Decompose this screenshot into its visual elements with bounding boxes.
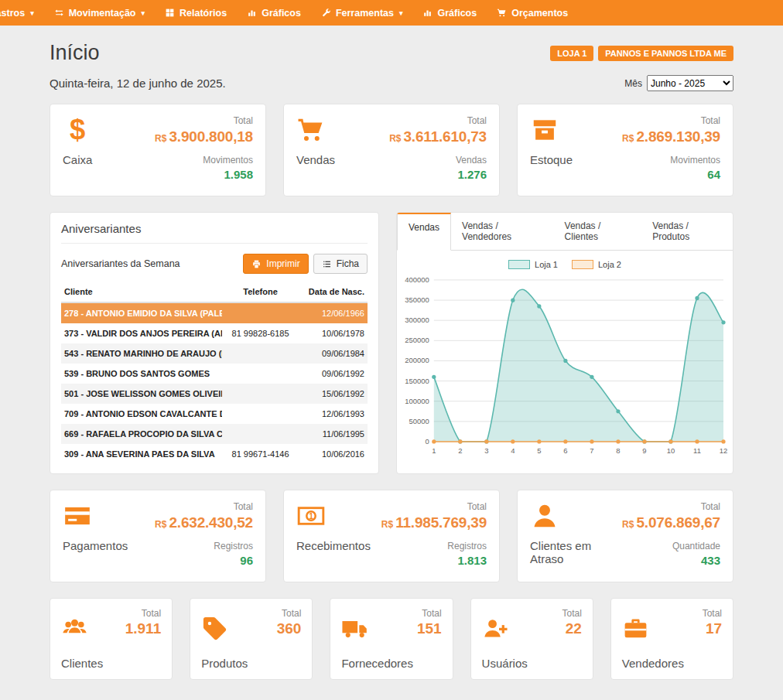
tab-vendas-clientes[interactable]: Vendas / Clientes bbox=[554, 213, 642, 250]
cell-data: 11/06/1995 bbox=[299, 424, 368, 444]
svg-text:9: 9 bbox=[642, 446, 646, 455]
nav-item-relatorios[interactable]: Relatórios bbox=[155, 0, 237, 26]
stat-card-label: Estoque bbox=[530, 153, 573, 166]
month-picker: Mês Junho - 2025 bbox=[624, 75, 733, 91]
table-row[interactable]: 278 - ANTONIO EMIDIO DA SILVA (PALE…12/0… bbox=[61, 302, 368, 323]
exchange-icon bbox=[54, 8, 64, 18]
printer-icon bbox=[251, 259, 262, 269]
nav-item-label: Gráficos bbox=[262, 8, 301, 19]
loja2-swatch bbox=[572, 260, 593, 269]
total-value: R$3.900.800,18 bbox=[155, 128, 253, 145]
bar-chart-icon bbox=[247, 8, 257, 18]
cell-telefone bbox=[222, 302, 299, 323]
cell-cliente: 543 - RENATO MARINHO DE ARAUJO (F… bbox=[61, 343, 222, 364]
count-value: 151 bbox=[417, 620, 442, 637]
nav-item-graficos-2[interactable]: Gráficos bbox=[412, 0, 487, 26]
tab-vendas[interactable]: Vendas bbox=[397, 213, 451, 251]
table-row[interactable]: 709 - ANTONIO EDSON CAVALCANTE D…12/06/1… bbox=[61, 404, 368, 424]
table-row[interactable]: 373 - VALDIR DOS ANJOS PEREIRA (AN…81 99… bbox=[61, 323, 368, 343]
stat-card-clientes-em-atraso: Clientes em Atraso Total R$5.076.869,67 … bbox=[517, 490, 733, 582]
col-cliente: Cliente bbox=[61, 282, 222, 302]
table-row[interactable]: 501 - JOSE WELISSON GOMES OLIVEIR…15/06/… bbox=[61, 384, 368, 404]
stat-card-label: Clientes em Atraso bbox=[530, 539, 622, 565]
svg-text:0: 0 bbox=[426, 437, 429, 446]
table-row[interactable]: 669 - RAFAELA PROCOPIO DA SILVA CA…11/06… bbox=[61, 424, 368, 444]
svg-text:150000: 150000 bbox=[405, 377, 429, 385]
stat-card-estoque: Estoque Total R$2.869.130,39 Movimentos … bbox=[517, 104, 733, 196]
table-row[interactable]: 543 - RENATO MARINHO DE ARAUJO (F…09/06/… bbox=[61, 343, 368, 364]
svg-text:4: 4 bbox=[511, 446, 515, 455]
total-label: Total bbox=[701, 115, 720, 126]
svg-text:1: 1 bbox=[432, 446, 436, 455]
cell-telefone bbox=[222, 343, 299, 364]
count-card-usuarios: Total 22 Usuários bbox=[470, 598, 593, 680]
cell-data: 09/06/1984 bbox=[299, 343, 368, 364]
stat-card-label: Vendas bbox=[296, 153, 335, 166]
cell-cliente: 669 - RAFAELA PROCOPIO DA SILVA CA… bbox=[61, 424, 222, 444]
nav-item-graficos[interactable]: Gráficos bbox=[237, 0, 311, 26]
svg-text:200000: 200000 bbox=[405, 356, 429, 364]
list-icon bbox=[322, 259, 332, 269]
cell-telefone bbox=[222, 384, 299, 404]
count-card-label: Produtos bbox=[201, 657, 301, 670]
secondary-label: Vendas bbox=[456, 155, 487, 166]
cell-data: 12/06/1993 bbox=[299, 404, 368, 424]
ficha-button[interactable]: Ficha bbox=[313, 254, 368, 274]
cell-data: 15/06/1992 bbox=[299, 384, 368, 404]
total-label: Total bbox=[422, 608, 441, 619]
svg-text:11: 11 bbox=[693, 446, 701, 455]
total-label: Total bbox=[142, 608, 161, 619]
cell-data: 10/06/1978 bbox=[299, 323, 368, 343]
month-label: Mês bbox=[624, 78, 642, 89]
cart-icon bbox=[296, 115, 326, 145]
stat-card-label: Caixa bbox=[63, 153, 92, 166]
sales-chart-panel: Vendas Vendas / Vendedores Vendas / Clie… bbox=[396, 212, 733, 474]
total-label: Total bbox=[467, 115, 487, 126]
count-card-label: Usuários bbox=[482, 657, 582, 670]
cell-cliente: 709 - ANTONIO EDSON CAVALCANTE D… bbox=[61, 404, 222, 424]
cell-data: 09/06/1992 bbox=[299, 364, 368, 384]
chart-tabs: Vendas Vendas / Vendedores Vendas / Clie… bbox=[397, 213, 733, 251]
chevron-down-icon: ▾ bbox=[399, 9, 403, 17]
count-card-produtos: Total 360 Produtos bbox=[190, 598, 313, 680]
stat-card-vendas: Vendas Total R$3.611.610,73 Vendas 1.276 bbox=[283, 104, 500, 196]
svg-text:8: 8 bbox=[616, 446, 620, 455]
stat-card-label: Pagamentos bbox=[63, 539, 128, 552]
chart-legend: Loja 1 Loja 2 bbox=[400, 260, 730, 269]
svg-text:1: 1 bbox=[309, 512, 313, 521]
company-badge: PANNOS E PANNOS LTDA ME bbox=[598, 46, 733, 61]
birthdays-subtitle: Aniversariantes da Semana bbox=[61, 258, 180, 269]
svg-text:350000: 350000 bbox=[405, 295, 429, 304]
nav-item-cadastros[interactable]: Cadastros▾ bbox=[0, 0, 44, 26]
table-row[interactable]: 309 - ANA SEVERINA PAES DA SILVA81 99671… bbox=[61, 444, 368, 464]
top-navigation: Cadastros▾ Movimentação▾ Relatórios Gráf… bbox=[0, 0, 783, 26]
secondary-value: 64 bbox=[707, 168, 720, 181]
nav-item-label: Movimentação bbox=[69, 8, 136, 19]
tab-vendas-produtos[interactable]: Vendas / Produtos bbox=[641, 213, 733, 250]
tab-vendas-vendedores[interactable]: Vendas / Vendedores bbox=[451, 213, 554, 250]
nav-item-orcamentos[interactable]: Orçamentos bbox=[487, 0, 578, 26]
table-row[interactable]: 539 - BRUNO DOS SANTOS GOMES09/06/1992 bbox=[61, 364, 368, 384]
total-label: Total bbox=[282, 608, 301, 619]
nav-item-ferramentas[interactable]: Ferramentas▾ bbox=[311, 0, 413, 26]
total-value: R$5.076.869,67 bbox=[622, 514, 720, 531]
box-icon bbox=[530, 115, 559, 145]
svg-text:50000: 50000 bbox=[409, 417, 429, 425]
secondary-value: 1.276 bbox=[457, 168, 487, 181]
svg-text:7: 7 bbox=[590, 446, 593, 455]
birthdays-table: Cliente Telefone Data de Nasc. 278 - ANT… bbox=[61, 282, 368, 464]
birthday-table-body: 278 - ANTONIO EMIDIO DA SILVA (PALE…12/0… bbox=[61, 302, 368, 464]
cell-telefone: 81 99828-6185 bbox=[222, 323, 299, 343]
month-select[interactable]: Junho - 2025 bbox=[647, 75, 733, 91]
nav-item-movimentacao[interactable]: Movimentação▾ bbox=[44, 0, 155, 26]
count-value: 1.911 bbox=[125, 620, 162, 637]
print-button[interactable]: Imprimir bbox=[243, 254, 308, 274]
svg-text:6: 6 bbox=[563, 446, 567, 455]
main-content: Início LOJA 1 PANNOS E PANNOS LTDA ME Qu… bbox=[0, 41, 783, 700]
legend-loja-1: Loja 1 bbox=[508, 260, 558, 269]
secondary-label: Registros bbox=[447, 541, 487, 551]
page-title: Início bbox=[50, 41, 100, 65]
count-value: 17 bbox=[706, 620, 722, 637]
svg-text:$: $ bbox=[70, 115, 85, 145]
grid-icon bbox=[165, 8, 175, 18]
